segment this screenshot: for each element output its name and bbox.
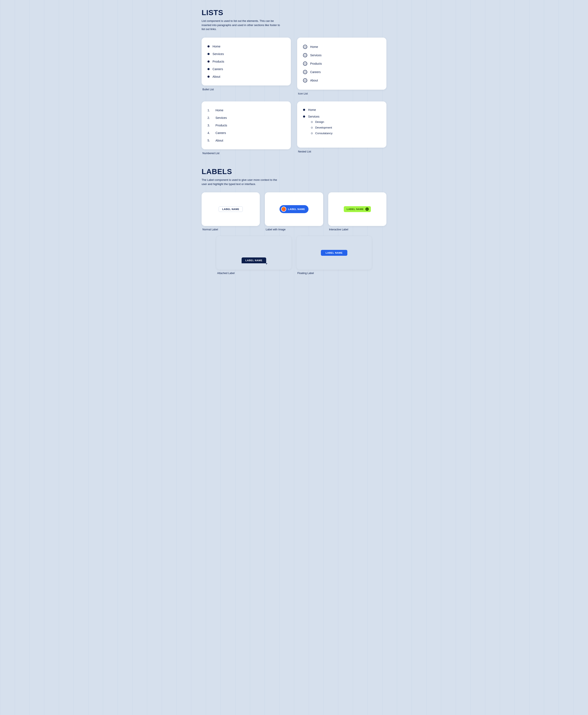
attached-label-label: Attached Label (216, 272, 235, 275)
icon-list-card: Home Services Products Careers (297, 38, 386, 90)
image-label-badge: LABEL NAME (279, 205, 308, 213)
bullet-dot (208, 53, 210, 55)
list-number: 2. (208, 116, 212, 120)
interactive-label-wrapper: LABEL NAME i Interactive Label (328, 192, 386, 231)
labels-description: The Label component is used to give user… (202, 178, 281, 186)
list-grid: Home Services Products Careers (202, 38, 386, 155)
list-icon (303, 53, 307, 57)
list-icon (303, 45, 307, 49)
interactive-label-text: LABEL NAME (347, 208, 364, 210)
list-item-text: About (310, 79, 318, 82)
floating-label-wrapper: LABEL NAME Floating Label (296, 236, 372, 275)
list-item-text: Products (212, 60, 224, 63)
numbered-list-wrapper: 1. Home 2. Services 3. Products 4. (202, 101, 291, 155)
list-number: 3. (208, 124, 212, 127)
list-item-text: Services (310, 54, 321, 57)
list-item-text: Home (310, 45, 318, 48)
nested-sub-list: Design Development Consulatancy (303, 119, 380, 136)
numbered-list-card: 1. Home 2. Services 3. Products 4. (202, 101, 291, 149)
bullet-list-label: Bullet List (202, 88, 214, 91)
label-grid-bottom: LABEL NAME Attached Label LABEL NAME Flo… (202, 236, 386, 275)
sub-item-text: Consulatancy (315, 132, 332, 135)
sub-dot (311, 121, 313, 123)
bullet-list-card: Home Services Products Careers (202, 38, 291, 85)
list-item-text: Home (215, 109, 224, 112)
list-item-text: About (212, 75, 220, 78)
sub-list-item: Consulatancy (311, 130, 380, 136)
list-item: Products (208, 58, 285, 65)
lists-section: LISTS List component is used to list out… (202, 8, 386, 155)
interactive-label-label: Interactive Label (328, 228, 349, 231)
bullet-dot (208, 68, 210, 70)
sub-item-text: Development (315, 126, 332, 129)
label-grid-top: LABEL NAME Normal Label LABEL NAME Label… (202, 192, 386, 231)
list-item: About (303, 76, 380, 85)
list-item-text: Home (308, 108, 316, 111)
list-item-text: Careers (212, 67, 223, 71)
nested-list: Home Services Design (303, 106, 380, 138)
list-number: 5. (208, 139, 212, 142)
image-label-label: Label with Image (265, 228, 286, 231)
list-item: Services (208, 50, 285, 58)
image-label-wrapper: LABEL NAME Label with Image (265, 192, 323, 231)
labels-section: LABELS The Label component is used to gi… (202, 167, 386, 275)
list-icon (303, 70, 307, 74)
list-number: 1. (208, 109, 212, 112)
sub-dot (311, 127, 313, 128)
list-item-text: Products (310, 62, 322, 65)
icon-list: Home Services Products Careers (303, 43, 380, 85)
nested-dot (303, 109, 305, 111)
floating-label-badge: LABEL NAME (321, 250, 347, 256)
image-label-card: LABEL NAME (265, 192, 323, 226)
sub-list-item: Design (311, 119, 380, 125)
nested-list-card: Home Services Design (297, 101, 386, 148)
nested-list-label: Nested List (297, 150, 311, 153)
labels-title: LABELS (202, 167, 386, 176)
floating-label-card: LABEL NAME (296, 236, 372, 270)
list-item: Products (303, 59, 380, 68)
bullet-list-wrapper: Home Services Products Careers (202, 38, 291, 95)
list-item: Home (303, 106, 380, 113)
numbered-list-label: Numbered List (202, 152, 219, 155)
label-avatar (281, 207, 286, 212)
normal-label-label: Normal Label (202, 228, 218, 231)
bullet-list: Home Services Products Careers (208, 43, 285, 80)
icon-list-label: Icon List (297, 92, 308, 95)
sub-list-item: Development (311, 125, 380, 130)
interactive-label-badge[interactable]: LABEL NAME i (344, 206, 371, 212)
list-item-text: Careers (215, 131, 226, 134)
attached-label-card: LABEL NAME (216, 236, 292, 270)
list-item-text: Products (215, 124, 227, 127)
bullet-dot (208, 61, 210, 63)
normal-label-card: LABEL NAME (202, 192, 260, 226)
image-label-text: LABEL NAME (288, 208, 305, 210)
list-item: Services Design Development (303, 113, 380, 138)
list-item-text: Services (215, 116, 227, 120)
list-item: Careers (303, 68, 380, 76)
normal-label-badge: LABEL NAME (218, 206, 243, 212)
lists-title: LISTS (202, 8, 386, 17)
list-item: Home (208, 43, 285, 50)
icon-list-wrapper: Home Services Products Careers (297, 38, 386, 95)
list-item: 4. Careers (208, 129, 285, 137)
list-item: Careers (208, 65, 285, 73)
list-icon (303, 78, 307, 83)
list-item-text: About (215, 139, 223, 142)
list-item: Services (303, 51, 380, 59)
attached-label-badge: LABEL NAME (241, 257, 266, 263)
list-item: Home (303, 43, 380, 51)
bullet-dot (208, 45, 210, 47)
list-icon (303, 62, 307, 66)
list-item: 2. Services (208, 114, 285, 122)
bullet-dot (208, 76, 210, 78)
floating-label-label: Floating Label (296, 272, 314, 275)
nested-dot (303, 115, 305, 118)
list-item: 3. Products (208, 122, 285, 129)
numbered-list: 1. Home 2. Services 3. Products 4. (208, 106, 285, 144)
info-icon: i (365, 208, 369, 211)
attached-label-wrapper: LABEL NAME Attached Label (216, 236, 292, 275)
list-number: 4. (208, 131, 212, 134)
normal-label-wrapper: LABEL NAME Normal Label (202, 192, 260, 231)
interactive-label-card: LABEL NAME i (328, 192, 386, 226)
list-item-text: Services (308, 115, 319, 118)
